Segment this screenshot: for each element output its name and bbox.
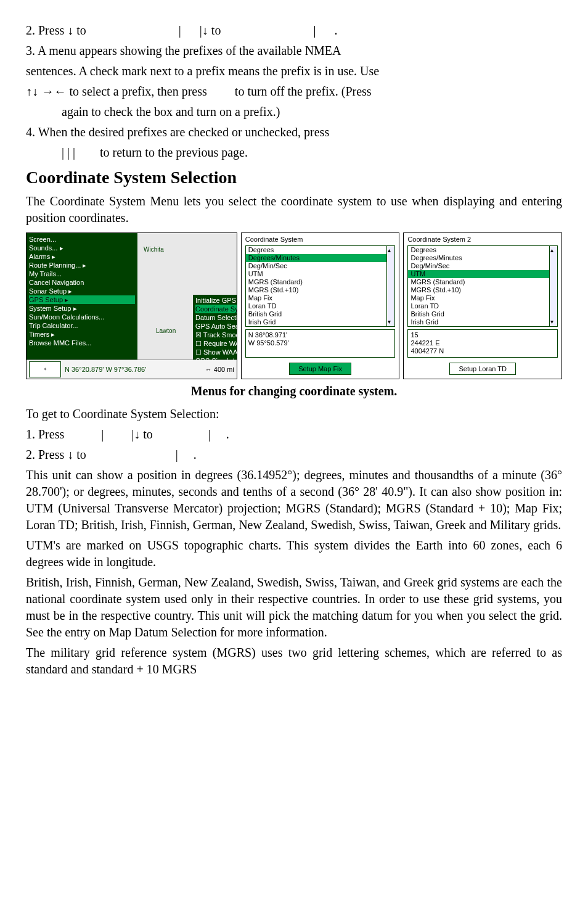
list-item[interactable]: Irish Grid — [408, 318, 557, 326]
list-item[interactable]: UTM — [408, 270, 557, 278]
list-item[interactable]: Loran TD — [408, 302, 557, 310]
list-item[interactable]: Map Fix — [408, 294, 557, 302]
list-item[interactable]: Map Fix — [246, 294, 395, 302]
coordinate-system-figure: Screen...Sounds...AlarmsRoute Planning..… — [26, 232, 562, 380]
step2-to1: to — [73, 23, 86, 37]
body-para-2: UTM's are marked on USGS topographic cha… — [26, 537, 562, 570]
submenu-item[interactable]: Datum Selection... — [195, 313, 237, 322]
intro-paragraph: The Coordinate System Menu lets you sele… — [26, 193, 562, 226]
step2-to2: to — [208, 23, 221, 37]
step-3-cont: again to check the box and turn on a pre… — [26, 104, 562, 120]
menu-item[interactable]: GPS Setup — [29, 295, 135, 304]
step-4-line2: | | | to return to the previous page. — [26, 144, 562, 161]
submenu-item[interactable]: ☐ Show WAAS Alarm — [195, 348, 237, 356]
map-city-wichita: Wichita — [144, 245, 164, 254]
coord-line: 244221 E — [410, 339, 555, 347]
step-4-line1: 4. When the desired prefixes are checked… — [26, 124, 562, 141]
menu-item[interactable]: Trip Calculator... — [29, 321, 135, 330]
p2a: 2. Press — [26, 448, 67, 461]
figure-right-panel: Coordinate System 2 DegreesDegrees/Minut… — [403, 232, 562, 380]
figure-left-footer: ⌖ N 36°20.879' W 97°36.786' ↔ 400 mi — [27, 360, 237, 379]
pipe: | — [313, 23, 316, 37]
list-item[interactable]: Irish Grid — [246, 318, 395, 326]
setup-loran-td-button[interactable]: Setup Loran TD — [449, 363, 515, 376]
submenu-item[interactable]: ☐ Require WAAS — [195, 339, 237, 348]
step-3-line2: sentences. A check mark next to a prefix… — [26, 63, 562, 80]
coord-line: 15 — [410, 331, 555, 339]
list-item[interactable]: MGRS (Standard) — [408, 278, 557, 286]
list-item[interactable]: MGRS (Standard) — [246, 278, 395, 286]
list-item[interactable]: MGRS (Std.+10) — [408, 286, 557, 294]
dot: . — [226, 427, 229, 441]
list-item[interactable]: Degrees — [408, 246, 557, 254]
list-item[interactable]: Loran TD — [246, 302, 395, 310]
submenu-item[interactable]: GPS Simulator... — [195, 356, 237, 360]
menu-item[interactable]: Screen... — [29, 235, 135, 244]
step-3-line3: ↑↓ →← to select a prefix, then press to … — [26, 83, 562, 100]
menu-item[interactable]: Timers — [29, 330, 135, 339]
list-item[interactable]: Degrees/Minutes — [408, 254, 557, 262]
dot: . — [194, 448, 197, 461]
menu-item[interactable]: Sun/Moon Calculations... — [29, 313, 135, 321]
step-3-line1: 3. A menu appears showing the prefixes o… — [26, 43, 562, 59]
down-arrow-icon: ↓ — [67, 23, 73, 37]
coordinate-readout-2: 15 244221 E4004277 N — [407, 329, 558, 358]
list-item[interactable]: Deg/Min/Sec — [408, 262, 557, 270]
map-city-lawton: Lawton — [156, 327, 176, 335]
post-step-1: 1. Press | |↓ to | . — [26, 426, 562, 443]
figure-caption: Menus for changing coordinate system. — [26, 383, 562, 400]
submenu-item[interactable]: ☒ Track Smoothing — [195, 331, 237, 339]
menu-item[interactable]: Sounds... — [29, 244, 135, 252]
main-menu: Screen...Sounds...AlarmsRoute Planning..… — [27, 233, 137, 360]
body-para-4: The military grid reference system (MGRS… — [26, 644, 562, 678]
coordinate-system-list-2[interactable]: DegreesDegrees/MinutesDeg/Min/SecUTMMGRS… — [407, 245, 558, 327]
post-step-2: 2. Press ↓ to | . — [26, 446, 562, 463]
list-item[interactable]: British Grid — [408, 310, 557, 318]
menu-item[interactable]: Sonar Setup — [29, 287, 135, 295]
current-coordinates: N 36°20.879' W 97°36.786' — [65, 365, 146, 374]
figure-middle-panel: Coordinate System DegreesDegrees/Minutes… — [241, 232, 400, 380]
pipe: | — [208, 427, 211, 441]
step4-return: to return to the previous page. — [100, 146, 248, 159]
list-item[interactable]: British Grid — [246, 310, 395, 318]
pipe: | — [101, 427, 104, 441]
list-item[interactable]: Degrees — [246, 246, 395, 254]
dot: . — [334, 23, 337, 37]
coord-line: N 36°08.971' — [248, 331, 393, 339]
body-para-1: This unit can show a position in degrees… — [26, 467, 562, 533]
step3-end: to turn off the prefix. (Press — [235, 84, 372, 98]
gps-setup-submenu: Initialize GPSCoordinate System...Datum … — [193, 295, 237, 360]
menu-item[interactable]: Route Planning... — [29, 261, 135, 269]
menu-item[interactable]: System Setup — [29, 304, 135, 313]
section-heading: Coordinate System Selection — [26, 166, 562, 189]
menu-item[interactable]: My Trails... — [29, 269, 135, 278]
list-item[interactable]: UTM — [246, 270, 395, 278]
body-para-3: British, Irish, Finnish, German, New Zea… — [26, 574, 562, 641]
p2-to: to — [73, 448, 86, 461]
scrollbar[interactable] — [386, 246, 394, 326]
menu-item[interactable]: Alarms — [29, 252, 135, 261]
submenu-item[interactable]: Initialize GPS — [195, 296, 237, 305]
submenu-item[interactable]: Coordinate System... — [195, 305, 237, 313]
step2-prefix: 2. Press — [26, 23, 67, 37]
menu-item[interactable]: Cancel Navigation — [29, 278, 135, 287]
down-arrow-icon: ↓ — [202, 23, 208, 37]
position-icon: ⌖ — [29, 361, 61, 377]
zoom-scale: ↔ 400 mi — [205, 365, 234, 374]
coord-line: W 95°50.579' — [248, 339, 393, 347]
setup-map-fix-button[interactable]: Setup Map Fix — [289, 363, 351, 376]
submenu-item[interactable]: GPS Auto Search — [195, 322, 237, 331]
list-item[interactable]: MGRS (Std.+10) — [246, 286, 395, 294]
arrow-keys-icon: ↑↓ →← — [26, 84, 67, 98]
menu-item[interactable]: Browse MMC Files... — [29, 339, 135, 347]
map-area: Wichita Lawton Initialize GPSCoordinate … — [137, 233, 237, 360]
list-item[interactable]: Deg/Min/Sec — [246, 262, 395, 270]
panel-title: Coordinate System 2 — [404, 233, 561, 244]
pipes: | | | — [62, 146, 75, 159]
post-intro: To get to Coordinate System Selection: — [26, 406, 562, 422]
scrollbar[interactable] — [549, 246, 557, 326]
pipe: | — [176, 448, 178, 461]
step3-mid: to select a prefix, then press — [67, 84, 207, 98]
list-item[interactable]: Degrees/Minutes — [246, 254, 395, 262]
coordinate-system-list[interactable]: DegreesDegrees/MinutesDeg/Min/SecUTMMGRS… — [245, 245, 396, 327]
